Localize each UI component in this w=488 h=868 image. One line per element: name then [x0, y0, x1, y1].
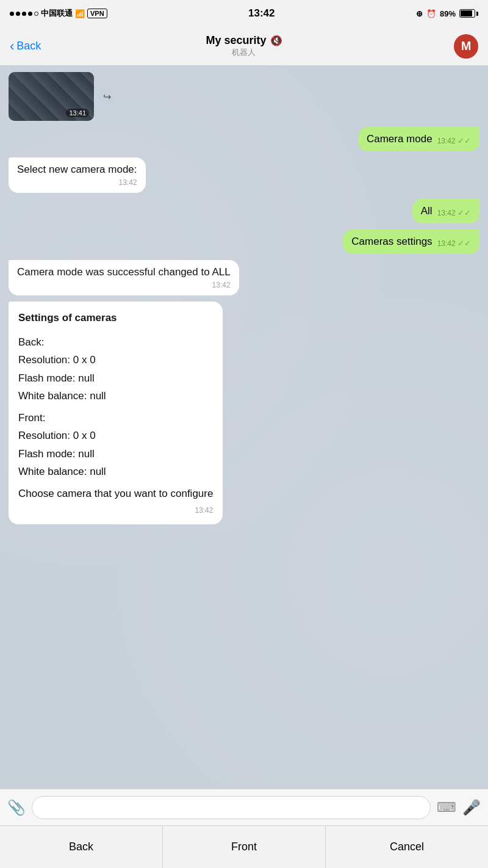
back-action-button[interactable]: Back	[0, 826, 163, 868]
chat-area: 13:41 ↪ Camera mode 13:42 ✓✓ Select new …	[0, 66, 488, 789]
image-timestamp: 13:41	[66, 109, 89, 117]
input-bar: 📎 ⌨ 🎤	[0, 789, 488, 825]
ts-value: 13:42	[437, 209, 456, 217]
front-resolution: Resolution: 0 x 0	[18, 428, 213, 444]
check-marks: ✓✓	[458, 239, 471, 248]
check-marks: ✓✓	[458, 136, 471, 145]
nav-subtitle: 机器人	[206, 47, 282, 58]
alarm-icon: ⏰	[426, 9, 436, 18]
dot-2	[16, 12, 20, 16]
chat-title: My security	[206, 34, 266, 47]
front-action-button[interactable]: Front	[163, 826, 326, 868]
message-text: Camera mode was successful changed to AL…	[17, 266, 231, 278]
battery-percent: 89%	[440, 9, 456, 18]
image-message: 13:41 ↪	[9, 72, 94, 121]
status-right: ⊕ ⏰ 89%	[416, 9, 478, 18]
message-select-camera: Select new camera mode: 13:42	[9, 157, 146, 193]
back-resolution: Resolution: 0 x 0	[18, 352, 213, 368]
back-flash: Flash mode: null	[18, 371, 213, 386]
signal-dots	[10, 12, 38, 16]
ts-value: 13:42	[437, 239, 456, 248]
back-label[interactable]: Back	[16, 40, 41, 52]
ts-value: 13:42	[437, 137, 456, 145]
front-white-balance: White balance: null	[18, 464, 213, 480]
nav-bar: ‹ Back My security 🔇 机器人 M	[0, 27, 488, 66]
message-text: Select new camera mode:	[17, 164, 137, 175]
back-section-label: Back:	[18, 335, 213, 350]
battery-indicator	[459, 9, 478, 18]
front-flash: Flash mode: null	[18, 446, 213, 462]
message-timestamp: 13:42	[17, 178, 137, 187]
vpn-badge: VPN	[87, 9, 107, 18]
avatar[interactable]: M	[454, 34, 478, 59]
message-timestamp: 13:42	[18, 505, 213, 516]
message-camera-settings-detail: Settings of cameras Back: Resolution: 0 …	[9, 302, 223, 524]
dot-3	[22, 12, 26, 16]
choose-camera-prompt: Choose camera that you want to configure	[18, 486, 213, 502]
status-bar: 中国联通 📶 VPN 13:42 ⊕ ⏰ 89%	[0, 0, 488, 27]
carrier-label: 中国联通	[41, 8, 73, 19]
front-section-label: Front:	[18, 410, 213, 426]
nav-title: My security 🔇	[206, 34, 282, 47]
mic-icon[interactable]: 🎤	[462, 799, 481, 816]
status-time: 13:42	[248, 7, 274, 20]
message-input[interactable]	[32, 796, 431, 819]
status-left: 中国联通 📶 VPN	[10, 8, 107, 19]
dot-4	[28, 12, 32, 16]
check-marks: ✓✓	[458, 208, 471, 217]
dot-1	[10, 12, 14, 16]
message-camera-changed: Camera mode was successful changed to AL…	[9, 260, 239, 295]
action-bar: Back Front Cancel	[0, 825, 488, 868]
back-button[interactable]: ‹ Back	[10, 38, 41, 54]
message-text: Cameras settings	[351, 236, 432, 248]
wifi-icon: 📶	[75, 9, 85, 18]
back-chevron-icon: ‹	[10, 38, 14, 54]
message-camera-mode: Camera mode 13:42 ✓✓	[358, 127, 479, 151]
settings-title: Settings of cameras	[18, 310, 213, 326]
dot-5	[34, 12, 38, 16]
message-cameras-settings: Cameras settings 13:42 ✓✓	[343, 230, 479, 254]
forward-button[interactable]: ↪	[98, 87, 116, 106]
message-timestamp: 13:42	[17, 281, 231, 289]
message-text: Camera mode	[367, 133, 432, 145]
message-all: All 13:42 ✓✓	[412, 199, 479, 223]
cancel-action-button[interactable]: Cancel	[326, 826, 488, 868]
message-text: All	[421, 205, 432, 217]
nav-title-area: My security 🔇 机器人	[206, 34, 282, 58]
back-white-balance: White balance: null	[18, 388, 213, 404]
keyboard-icon[interactable]: ⌨	[437, 800, 456, 816]
message-timestamp: 13:42 ✓✓	[437, 136, 471, 145]
message-timestamp: 13:42 ✓✓	[437, 239, 471, 248]
mute-icon: 🔇	[270, 35, 282, 46]
message-timestamp: 13:42 ✓✓	[437, 208, 471, 217]
location-icon: ⊕	[416, 9, 423, 18]
attach-icon[interactable]: 📎	[7, 799, 26, 816]
image-thumb[interactable]: 13:41	[9, 72, 94, 121]
